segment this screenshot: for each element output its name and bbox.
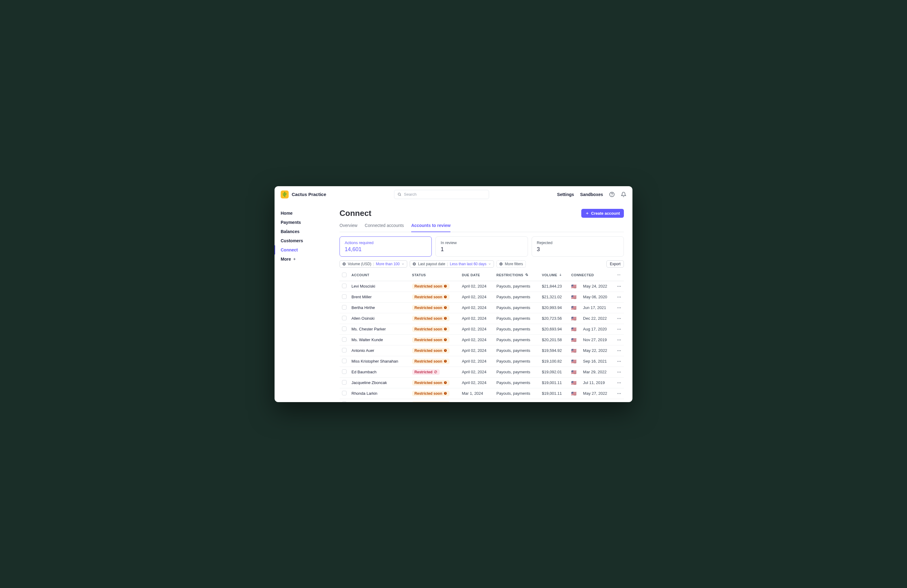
cell-flag: 🇺🇸 (569, 399, 581, 402)
export-button[interactable]: Export (606, 260, 624, 268)
row-checkbox[interactable] (342, 284, 346, 288)
row-menu-button[interactable]: ⋯ (615, 302, 624, 313)
cell-flag: 🇺🇸 (569, 367, 581, 377)
table-row[interactable]: Levi MosciskiRestricted soonApril 02, 20… (340, 281, 624, 292)
filter-value: More than 100 (376, 262, 399, 266)
row-checkbox[interactable] (342, 294, 346, 299)
row-menu-button[interactable]: ⋯ (615, 292, 624, 302)
table-row[interactable]: Miss Kristopher ShanahanRestricted soonA… (340, 356, 624, 367)
nav-home[interactable]: Home (274, 209, 336, 218)
row-menu-button[interactable]: ⋯ (615, 388, 624, 399)
row-menu-button[interactable]: ⋯ (615, 313, 624, 324)
row-checkbox[interactable] (342, 305, 346, 310)
bell-icon[interactable] (621, 192, 626, 197)
page-header: Connect Create account (340, 209, 624, 218)
col-volume[interactable]: Volume (539, 270, 569, 281)
select-all-checkbox[interactable] (342, 273, 346, 277)
cell-flag: 🇺🇸 (569, 324, 581, 334)
filter-payout[interactable]: Last payout date | Less than last 60 day… (410, 260, 494, 268)
cell-restrictions: Payouts, payments (494, 324, 539, 334)
row-checkbox[interactable] (342, 391, 346, 395)
search-box[interactable] (394, 190, 489, 199)
close-icon[interactable] (342, 262, 346, 266)
table-row[interactable]: Bertha HirtheRestricted soonApril 02, 20… (340, 302, 624, 313)
cell-volume: $21,321.02 (539, 292, 569, 302)
row-checkbox[interactable] (342, 380, 346, 385)
row-menu-button[interactable]: ⋯ (615, 281, 624, 292)
tab-connected-accounts[interactable]: Connected accounts (365, 220, 404, 232)
col-account[interactable]: Account (349, 270, 410, 281)
nav-balances[interactable]: Balances (274, 227, 336, 236)
row-menu-button[interactable]: ⋯ (615, 345, 624, 356)
row-menu-button[interactable]: ⋯ (615, 399, 624, 402)
tab-overview[interactable]: Overview (340, 220, 357, 232)
col-due[interactable]: Due date (459, 270, 494, 281)
col-menu[interactable]: ⋯ (615, 270, 624, 281)
ellipsis-icon: ⋯ (617, 402, 622, 402)
tab-accounts-to-review[interactable]: Accounts to review (411, 220, 450, 232)
table-row[interactable]: Jacqueline ZboncakRestricted soonApril 0… (340, 377, 624, 388)
col-restrictions[interactable]: Restrictions (494, 270, 539, 281)
row-checkbox[interactable] (342, 326, 346, 331)
cell-volume: $19,001.11 (539, 399, 569, 402)
table-row[interactable]: Ms. Chester ParkerRestricted soonApril 0… (340, 324, 624, 334)
nav-customers[interactable]: Customers (274, 236, 336, 245)
col-status[interactable]: Status (410, 270, 460, 281)
plus-icon (293, 257, 296, 261)
sidebar: Home Payments Balances Customers Connect… (274, 203, 336, 402)
nav-connect[interactable]: Connect (274, 245, 336, 254)
col-connected[interactable]: Connected (569, 270, 615, 281)
row-checkbox[interactable] (342, 316, 346, 320)
filter-more[interactable]: More filters (497, 260, 526, 268)
row-checkbox[interactable] (342, 369, 346, 374)
ellipsis-icon: ⋯ (617, 305, 622, 310)
table-row[interactable]: Brent MillerRestricted soonApril 02, 202… (340, 292, 624, 302)
us-flag-icon: 🇺🇸 (571, 327, 576, 332)
cell-account: Ms. Walter Kunde (349, 334, 410, 345)
us-flag-icon: 🇺🇸 (571, 295, 576, 299)
cell-status: Restricted soon (410, 399, 460, 402)
cell-status: Restricted soon (410, 313, 460, 324)
table-row[interactable]: Rhonda LarkinRestricted soonMar 1, 2024P… (340, 388, 624, 399)
close-icon[interactable] (412, 262, 416, 266)
settings-link[interactable]: Settings (557, 192, 574, 197)
cell-flag: 🇺🇸 (569, 377, 581, 388)
table-row[interactable]: Allen OsinskiRestricted soonApril 02, 20… (340, 313, 624, 324)
table-row[interactable]: Kate TrompRestricted soonMar 1, 2024Payo… (340, 399, 624, 402)
create-account-button[interactable]: Create account (581, 209, 624, 218)
nav-more[interactable]: More (274, 254, 336, 264)
row-checkbox[interactable] (342, 348, 346, 353)
row-checkbox[interactable] (342, 337, 346, 342)
card-in-review[interactable]: In review 1 (436, 236, 528, 257)
cell-restrictions: Payouts, payments (494, 356, 539, 367)
cell-connected: Sep 16, 2021 (581, 356, 615, 367)
row-menu-button[interactable]: ⋯ (615, 367, 624, 377)
us-flag-icon: 🇺🇸 (571, 305, 576, 310)
row-checkbox[interactable] (342, 359, 346, 363)
clock-icon (444, 381, 447, 384)
table-row[interactable]: Ms. Walter KundeRestricted soonApril 02,… (340, 334, 624, 345)
search-input[interactable] (404, 192, 486, 197)
filter-volume[interactable]: Volume (USD) | More than 100 (340, 260, 407, 268)
clock-icon (444, 392, 447, 395)
sandboxes-link[interactable]: Sandboxes (580, 192, 603, 197)
clock-icon (444, 306, 447, 309)
help-icon[interactable] (609, 192, 615, 197)
status-badge: Restricted soon (412, 401, 450, 402)
row-menu-button[interactable]: ⋯ (615, 334, 624, 345)
topbar-right: Settings Sandboxes (557, 192, 626, 197)
row-checkbox[interactable] (342, 401, 346, 402)
table-row[interactable]: Antonio AuerRestricted soonApril 02, 202… (340, 345, 624, 356)
row-menu-button[interactable]: ⋯ (615, 324, 624, 334)
cell-due: April 02, 2024 (459, 345, 494, 356)
card-actions-required[interactable]: Actions required 14,601 (340, 236, 432, 257)
table-row[interactable]: Ed BaumbachRestrictedApril 02, 2024Payou… (340, 367, 624, 377)
cell-volume: $19,092.01 (539, 367, 569, 377)
cell-status: Restricted soon (410, 388, 460, 399)
nav-payments[interactable]: Payments (274, 218, 336, 227)
row-menu-button[interactable]: ⋯ (615, 356, 624, 367)
row-menu-button[interactable]: ⋯ (615, 377, 624, 388)
card-rejected[interactable]: Rejected 3 (532, 236, 624, 257)
search-wrap (331, 190, 553, 199)
cell-connected: May 27, 2022 (581, 388, 615, 399)
